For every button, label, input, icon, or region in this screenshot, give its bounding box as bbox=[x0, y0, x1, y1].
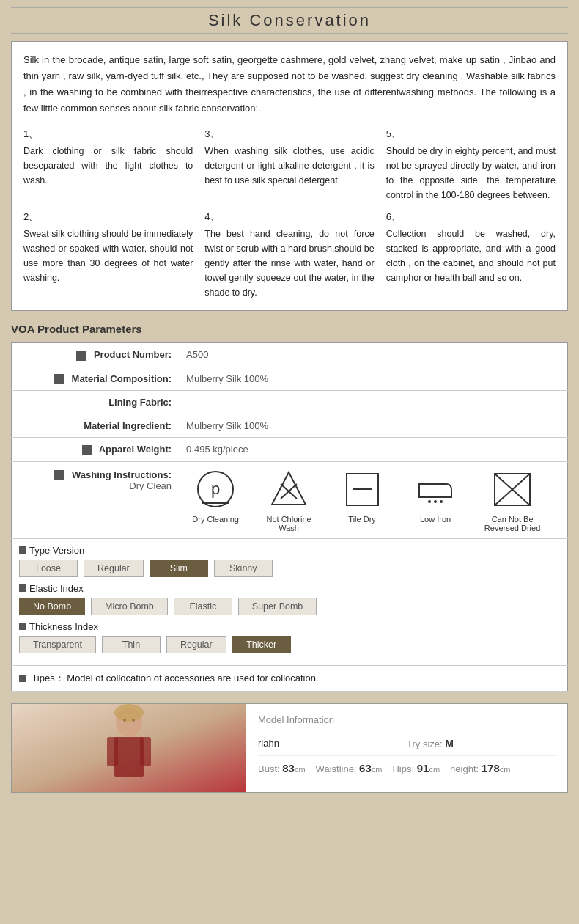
tile-dry-icon-block: Tile Dry bbox=[333, 468, 391, 524]
lining-fabric-row: Lining Fabric: bbox=[12, 391, 568, 414]
waistline-item: Waistline: 63cm bbox=[316, 762, 383, 774]
model-name-row: riahn Try size: M bbox=[258, 738, 556, 756]
type-version-button[interactable]: Slim bbox=[150, 560, 208, 577]
tips-text: Tipes： Model of collocation of accessori… bbox=[32, 672, 318, 683]
svg-point-10 bbox=[434, 500, 437, 503]
elastic-index-button[interactable]: Elastic bbox=[174, 598, 232, 615]
dry-cleaning-icon-block: p Dry Cleaning bbox=[186, 468, 245, 524]
tile-dry-label: Tile Dry bbox=[348, 515, 375, 524]
apparel-weight-label: Apparel Weight: bbox=[12, 438, 180, 462]
row-indicator-2 bbox=[54, 374, 64, 384]
no-chlorine-label: Not Chlorine Wash bbox=[259, 515, 318, 532]
variants-cell: Type Version LooseRegularSlimSkinny Elas… bbox=[12, 538, 568, 665]
conservation-point: 6、Collection should be washed, dry, stac… bbox=[386, 210, 556, 300]
conservation-points: 1、Dark clothing or silk fabric should be… bbox=[23, 127, 556, 300]
svg-marker-3 bbox=[272, 472, 306, 505]
elastic-index-button[interactable]: Super Bomb bbox=[238, 598, 317, 615]
no-reverse-icon-block: Can Not Be Reversed Dried bbox=[479, 468, 545, 532]
washing-value: Dry Clean bbox=[129, 480, 172, 491]
no-reverse-label: Can Not Be Reversed Dried bbox=[479, 515, 545, 532]
conservation-box: Silk in the brocade, antique satin, larg… bbox=[11, 41, 568, 311]
elastic-index-button[interactable]: Micro Bomb bbox=[91, 598, 168, 615]
elastic-index-button[interactable]: No Bomb bbox=[19, 598, 85, 615]
material-composition-value: Mulberry Silk 100% bbox=[179, 367, 567, 391]
svg-point-21 bbox=[123, 719, 126, 722]
point-num: 6、 bbox=[386, 210, 556, 225]
height-unit: cm bbox=[500, 765, 511, 774]
conservation-point: 2、Sweat silk clothing should be immediat… bbox=[23, 210, 193, 300]
page-wrapper: Silk Conservation Silk in the brocade, a… bbox=[0, 0, 579, 800]
model-try-size-item: Try size: M bbox=[407, 738, 556, 749]
height-value: 178 bbox=[482, 762, 500, 774]
svg-point-22 bbox=[132, 719, 135, 722]
row-indicator bbox=[76, 351, 86, 361]
dry-cleaning-label: Dry Cleaning bbox=[192, 515, 239, 524]
point-text: Collection should be washed, dry, stacke… bbox=[386, 227, 556, 285]
point-num: 4、 bbox=[204, 210, 374, 225]
hips-item: Hips: 91cm bbox=[392, 762, 440, 774]
thickness-index-button[interactable]: Regular bbox=[166, 636, 226, 653]
thickness-index-buttons[interactable]: TransparentThinRegularThicker bbox=[19, 636, 560, 653]
type-version-button[interactable]: Loose bbox=[19, 560, 78, 577]
point-text: Sweat silk clothing should be immediatel… bbox=[23, 227, 193, 285]
low-iron-label: Low Iron bbox=[420, 515, 451, 524]
no-chlorine-icon-block: Not Chlorine Wash bbox=[259, 468, 318, 532]
model-image bbox=[12, 704, 246, 792]
dry-clean-icon: p bbox=[193, 468, 237, 512]
type-indicator bbox=[19, 546, 26, 554]
tile-dry-icon bbox=[340, 468, 384, 512]
thickness-index-button[interactable]: Thicker bbox=[232, 636, 291, 653]
low-iron-icon-block: Low Iron bbox=[406, 468, 465, 524]
no-reverse-icon bbox=[490, 468, 534, 512]
svg-rect-17 bbox=[114, 737, 144, 777]
tips-cell: Tipes： Model of collocation of accessori… bbox=[12, 665, 568, 691]
thickness-indicator bbox=[19, 623, 26, 630]
type-version-buttons[interactable]: LooseRegularSlimSkinny bbox=[19, 560, 560, 577]
thickness-index-button[interactable]: Transparent bbox=[19, 636, 96, 653]
elastic-index-label: Elastic Index bbox=[19, 583, 560, 594]
hips-unit: cm bbox=[429, 765, 440, 774]
elastic-index-group: Elastic Index No BombMicro BombElasticSu… bbox=[19, 583, 560, 615]
tips-indicator bbox=[19, 675, 26, 682]
elastic-indicator bbox=[19, 584, 26, 592]
no-chlorine-icon bbox=[267, 468, 311, 512]
type-version-label: Type Version bbox=[19, 545, 560, 556]
point-text: When washing silk clothes, use acidic de… bbox=[204, 144, 374, 188]
washing-icons-container: p Dry Cleaning bbox=[186, 468, 560, 532]
lining-fabric-label: Lining Fabric: bbox=[12, 391, 180, 414]
svg-point-11 bbox=[440, 500, 443, 503]
bust-unit: cm bbox=[295, 765, 306, 774]
thickness-index-group: Thickness Index TransparentThinRegularTh… bbox=[19, 621, 560, 653]
thickness-index-button[interactable]: Thin bbox=[102, 636, 161, 653]
elastic-index-buttons[interactable]: No BombMicro BombElasticSuper Bomb bbox=[19, 598, 560, 615]
material-ingredient-label: Material Ingredient: bbox=[12, 414, 180, 438]
conservation-point: 1、Dark clothing or silk fabric should be… bbox=[23, 127, 193, 202]
point-text: Should be dry in eighty percent, and mus… bbox=[386, 144, 556, 202]
product-number-label: Product Number: bbox=[12, 342, 180, 367]
low-iron-icon bbox=[413, 468, 457, 512]
try-size-value: M bbox=[445, 738, 454, 749]
title-section: Silk Conservation bbox=[11, 7, 568, 34]
waistline-label: Waistline: bbox=[316, 763, 357, 774]
page-title: Silk Conservation bbox=[11, 7, 568, 34]
material-ingredient-row: Material Ingredient: Mulberry Silk 100% bbox=[12, 414, 568, 438]
bust-item: Bust: 83cm bbox=[258, 762, 306, 774]
model-info: Model Information riahn Try size: M Bust… bbox=[246, 704, 567, 792]
point-num: 2、 bbox=[23, 210, 193, 225]
model-name-item: riahn bbox=[258, 738, 407, 749]
lining-fabric-value bbox=[179, 391, 567, 414]
point-text: Dark clothing or silk fabric should bese… bbox=[23, 144, 193, 188]
product-number-row: Product Number: A500 bbox=[12, 342, 568, 367]
type-version-button[interactable]: Regular bbox=[84, 560, 144, 577]
model-section: Model Information riahn Try size: M Bust… bbox=[11, 703, 568, 793]
variants-row: Type Version LooseRegularSlimSkinny Elas… bbox=[12, 538, 568, 665]
model-info-title: Model Information bbox=[258, 714, 556, 730]
conservation-point: 3、When washing silk clothes, use acidic … bbox=[204, 127, 374, 202]
product-number-value: A500 bbox=[179, 342, 567, 367]
point-text: The best hand cleaning, do not force twi… bbox=[204, 227, 374, 300]
point-num: 3、 bbox=[204, 127, 374, 142]
height-item: height: 178cm bbox=[450, 762, 510, 774]
bust-value: 83 bbox=[282, 762, 295, 774]
height-label: height: bbox=[450, 763, 479, 774]
type-version-button[interactable]: Skinny bbox=[214, 560, 273, 577]
